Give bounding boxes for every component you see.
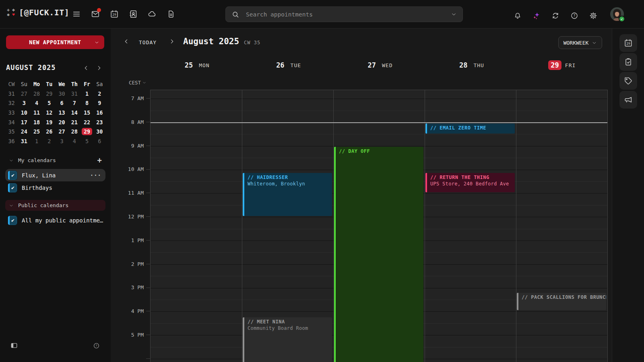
hour-label: 7 AM — [131, 95, 144, 102]
mini-calendar-day[interactable]: 17 — [18, 117, 30, 127]
help-icon[interactable]: ? — [570, 12, 578, 20]
calendar-checkbox[interactable]: ✔ — [8, 216, 17, 225]
mini-calendar-day[interactable]: 13 — [56, 108, 68, 117]
calendar-icon[interactable]: 29 — [110, 10, 119, 19]
calendar-checkbox[interactable]: ✔ — [8, 171, 17, 180]
mini-calendar-day[interactable]: 6 — [93, 136, 106, 146]
check-icon: ✔ — [11, 218, 14, 223]
mini-calendar-day[interactable]: 4 — [68, 136, 80, 146]
mini-calendar-day[interactable]: 20 — [56, 117, 68, 127]
calendar-section-header[interactable]: Public calendars — [5, 200, 105, 211]
rail-announcements-icon[interactable] — [619, 91, 637, 109]
menu-icon[interactable] — [72, 10, 81, 19]
mini-calendar-day-label: 11 — [31, 109, 42, 116]
view-selector[interactable]: WORKWEEK — [558, 36, 602, 49]
sidebar-help-icon[interactable]: ? — [93, 342, 100, 349]
calendar-checkbox[interactable]: ✔ — [8, 183, 17, 193]
mini-calendar-day[interactable]: 9 — [93, 98, 106, 108]
mini-calendar-day[interactable]: 11 — [31, 108, 43, 117]
mini-calendar-day[interactable]: 7 — [68, 98, 80, 108]
mini-calendar-day[interactable]: 5 — [81, 136, 93, 146]
next-week-icon[interactable] — [169, 38, 175, 45]
mini-calendar-day[interactable]: 14 — [68, 108, 80, 117]
mini-calendar-next-icon[interactable] — [96, 64, 103, 72]
collapse-sidebar-icon[interactable] — [10, 342, 18, 349]
event[interactable]: // DAY OFF — [334, 147, 423, 362]
search-bar[interactable] — [225, 6, 463, 22]
app-logo[interactable]: ✣✜✻♥ [@FUCK.IT] — [6, 8, 69, 17]
mini-calendar-day[interactable]: 29 — [43, 89, 56, 99]
notifications-bell-icon[interactable] — [514, 12, 522, 20]
mini-calendar-day[interactable]: 22 — [81, 117, 93, 127]
mini-calendar-day[interactable]: 2 — [93, 89, 106, 99]
assistant-sparkles-icon[interactable] — [533, 12, 541, 20]
calendar-list-item[interactable]: ✔Flux, Lina··· — [5, 169, 105, 181]
mini-calendar-day[interactable]: 25 — [31, 127, 43, 136]
hour-label: 8 AM — [131, 119, 144, 125]
mini-calendar-day[interactable]: 30 — [56, 89, 68, 99]
documents-icon[interactable] — [167, 10, 175, 19]
mini-calendar-day[interactable]: 27 — [18, 89, 30, 99]
mini-calendar-day[interactable]: 23 — [93, 117, 106, 127]
mini-calendar-day[interactable]: 1 — [81, 89, 93, 99]
mini-calendar-day[interactable]: 29 — [81, 127, 93, 136]
mini-calendar-day[interactable]: 12 — [43, 108, 56, 117]
event[interactable]: // MEET NINACommunity Board Room — [243, 317, 332, 362]
rail-tags-icon[interactable] — [619, 72, 637, 90]
calendar-name: Flux, Lina — [22, 172, 56, 179]
week-grid[interactable]: // HAIDRESSERWhiteroom, Brooklyn// MEET … — [150, 90, 608, 362]
event[interactable]: // EMAIL ZERO TIME — [425, 123, 515, 134]
mini-calendar-day[interactable]: 21 — [68, 117, 80, 127]
mini-calendar-day[interactable]: 3 — [18, 98, 30, 108]
search-input[interactable] — [246, 11, 444, 18]
calendar-section-header[interactable]: My calendars+ — [5, 155, 105, 166]
rail-mini-calendar-icon[interactable]: 29 — [619, 34, 637, 52]
add-calendar-button[interactable]: + — [97, 156, 102, 164]
mini-calendar-day[interactable]: 31 — [68, 89, 80, 99]
mini-calendar-day[interactable]: 15 — [81, 108, 93, 117]
mini-calendar-day[interactable]: 28 — [68, 127, 80, 136]
cloud-drive-icon[interactable] — [148, 10, 157, 19]
mini-calendar-day[interactable]: 18 — [31, 117, 43, 127]
day-header[interactable]: 28THU — [425, 56, 516, 74]
new-appointment-chevron-icon[interactable] — [94, 40, 99, 45]
mini-calendar-prev-icon[interactable] — [83, 64, 90, 72]
day-header[interactable]: 25MON — [150, 56, 242, 74]
mini-calendar-day[interactable]: 6 — [56, 98, 68, 108]
mini-calendar-day[interactable]: 10 — [18, 108, 30, 117]
half-hour-line — [151, 111, 607, 111]
mini-calendar-day[interactable]: 27 — [56, 127, 68, 136]
mini-calendar-day[interactable]: 31 — [18, 136, 30, 146]
mini-calendar-day[interactable]: 26 — [43, 127, 56, 136]
day-header[interactable]: 29FRI — [516, 56, 608, 74]
calendar-list-item[interactable]: ✔Birthdays — [5, 181, 105, 194]
mini-calendar-day[interactable]: 24 — [18, 127, 30, 136]
user-avatar[interactable]: ✔ — [610, 7, 624, 21]
mini-calendar-day[interactable]: 30 — [93, 127, 106, 136]
rail-tasks-icon[interactable] — [619, 53, 637, 71]
calendar-name: Birthdays — [22, 185, 52, 191]
contacts-icon[interactable] — [129, 10, 138, 19]
mini-calendar-day-label: 25 — [31, 128, 42, 135]
mini-calendar-day[interactable]: 16 — [93, 108, 106, 117]
settings-gear-icon[interactable] — [589, 12, 597, 20]
event[interactable]: // HAIDRESSERWhiteroom, Brooklyn — [243, 173, 332, 216]
mail-icon[interactable] — [91, 10, 100, 19]
search-options-chevron-icon[interactable] — [451, 11, 457, 17]
event[interactable]: // PACK SCALLIONS FOR BRUNCH — [517, 293, 606, 310]
event[interactable]: // RETURN THE THINGUPS Store, 240 Bedfor… — [425, 173, 515, 192]
mini-calendar-day[interactable]: 8 — [81, 98, 93, 108]
mini-calendar-day[interactable]: 2 — [43, 136, 56, 146]
calendar-list-item[interactable]: ✔All my public appointme… — [5, 214, 105, 226]
mini-calendar-day[interactable]: 19 — [43, 117, 56, 127]
mini-calendar-day[interactable]: 4 — [31, 98, 43, 108]
mini-calendar-day[interactable]: 28 — [31, 89, 43, 99]
mini-calendar-day[interactable]: 3 — [56, 136, 68, 146]
day-header[interactable]: 27WED — [333, 56, 425, 74]
new-appointment-button[interactable]: NEW APPOINTMENT — [6, 35, 104, 49]
mini-calendar-day[interactable]: 1 — [31, 136, 43, 146]
mini-calendar-day[interactable]: 5 — [43, 98, 56, 108]
calendar-options-button[interactable]: ··· — [90, 172, 103, 179]
sync-icon[interactable] — [551, 12, 559, 20]
day-header[interactable]: 26TUE — [242, 56, 333, 74]
